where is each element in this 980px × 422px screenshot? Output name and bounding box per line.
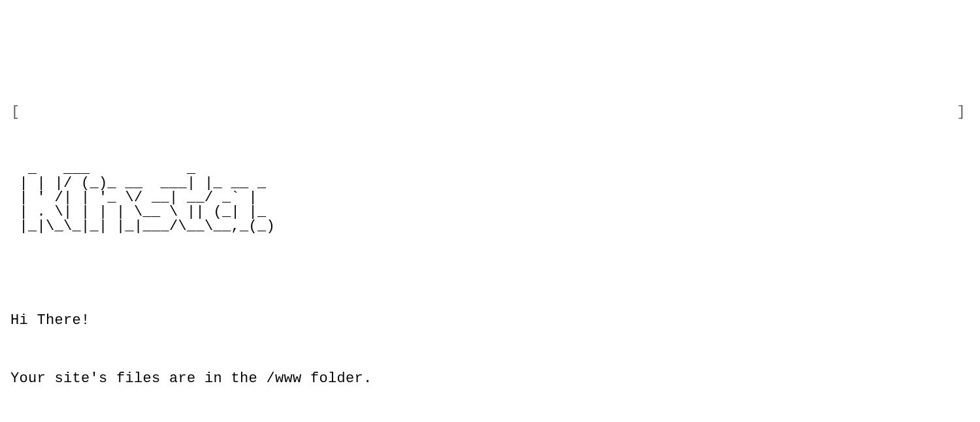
bracket-right: ] <box>956 103 966 122</box>
terminal-window[interactable]: [ ] _ ___ _ | | |/ (_)_ __ ___| |_ __ _ … <box>10 84 970 422</box>
ascii-logo: _ ___ _ | | |/ (_)_ __ ___| |_ __ _ | ' … <box>10 162 970 234</box>
motd-line-2: Your site's files are in the /www folder… <box>10 369 970 389</box>
bracket-left: [ <box>11 103 20 122</box>
motd-line-1: Hi There! <box>10 311 970 331</box>
